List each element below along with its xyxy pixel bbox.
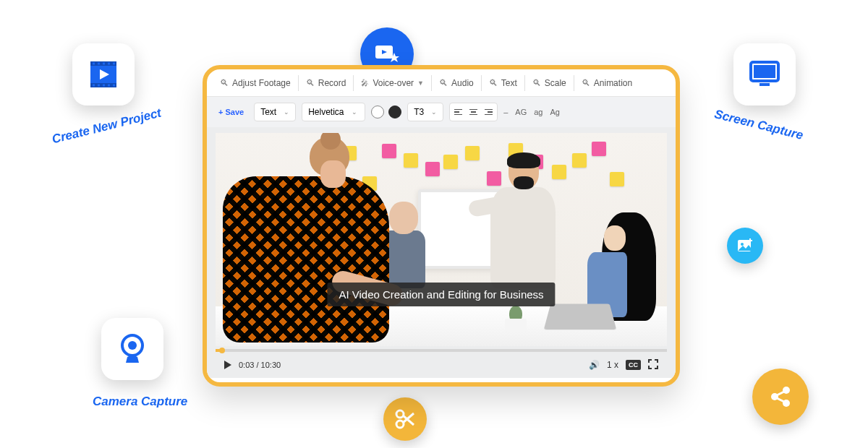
text-case-group: – AG ag Ag: [503, 108, 560, 116]
scissors-icon: [393, 408, 417, 431]
camera-capture-tile[interactable]: [101, 318, 163, 380]
record-button[interactable]: 🔍︎Record: [299, 69, 354, 96]
alignment-group: [449, 103, 498, 121]
video-star-icon: [373, 40, 401, 69]
align-center-button[interactable]: [469, 109, 477, 116]
font-dropdown[interactable]: Helvetica⌄: [302, 103, 365, 121]
search-icon: 🔍︎: [532, 78, 541, 88]
svg-rect-11: [108, 85, 110, 87]
text-size-dropdown[interactable]: T3⌄: [407, 103, 443, 121]
align-right-button[interactable]: [485, 109, 493, 116]
animation-button[interactable]: 🔍︎Animation: [574, 69, 639, 96]
color-white[interactable]: [371, 105, 384, 119]
film-play-icon: [86, 57, 121, 92]
chevron-down-icon: ⌄: [352, 108, 357, 116]
voiceover-button[interactable]: 🎤︎Voice-over▼: [354, 69, 431, 96]
search-icon: 🔍︎: [439, 78, 448, 88]
uppercase-button[interactable]: AG: [515, 108, 527, 116]
svg-point-14: [128, 341, 137, 350]
svg-rect-8: [93, 85, 95, 87]
svg-rect-9: [98, 85, 100, 87]
text-button[interactable]: 🔍︎Text: [482, 69, 524, 96]
svg-rect-16: [754, 65, 775, 78]
search-icon: 🔍︎: [306, 78, 315, 88]
search-icon: 🔍︎: [489, 78, 498, 88]
speed-button[interactable]: 1 x: [607, 360, 618, 370]
minus-button[interactable]: –: [503, 108, 508, 116]
video-editor-window: 🔍︎Adjust Footage 🔍︎Record 🎤︎Voice-over▼ …: [203, 65, 680, 387]
video-frame[interactable]: AI Video Creation and Editing for Busine…: [216, 133, 667, 346]
svg-rect-6: [108, 63, 110, 65]
svg-rect-7: [113, 63, 115, 65]
screen-capture-label: Screen Capture: [713, 107, 805, 143]
play-button[interactable]: [224, 361, 231, 369]
video-viewport: AI Video Creation and Editing for Busine…: [207, 127, 676, 378]
main-toolbar: 🔍︎Adjust Footage 🔍︎Record 🎤︎Voice-over▼ …: [207, 69, 676, 97]
audio-button[interactable]: 🔍︎Audio: [432, 69, 481, 96]
laptop-prop: [544, 304, 617, 330]
webcam-icon: [116, 332, 149, 366]
titlecase-button[interactable]: Ag: [550, 108, 559, 116]
svg-rect-17: [760, 83, 770, 86]
chevron-down-icon: ⌄: [284, 108, 289, 116]
volume-button[interactable]: 🔊: [589, 360, 600, 370]
time-display: 0:03 / 10:30: [239, 361, 281, 369]
align-left-button[interactable]: [454, 109, 462, 116]
camera-capture-label: Camera Capture: [93, 395, 187, 409]
svg-rect-5: [103, 63, 105, 65]
seek-bar[interactable]: [216, 349, 667, 352]
save-button[interactable]: + Save: [214, 108, 248, 116]
svg-point-22: [741, 243, 744, 246]
search-icon: 🔍︎: [220, 78, 229, 88]
svg-rect-4: [98, 63, 100, 65]
adjust-footage-button[interactable]: 🔍︎Adjust Footage: [213, 69, 298, 96]
chevron-down-icon: ▼: [417, 79, 424, 87]
svg-rect-10: [103, 85, 105, 87]
video-caption[interactable]: AI Video Creation and Editing for Busine…: [327, 283, 555, 306]
search-icon: 🔍︎: [582, 78, 590, 88]
cut-button[interactable]: [383, 397, 427, 441]
color-swatches: [371, 105, 401, 119]
image-plus-icon: [736, 236, 754, 255]
text-format-toolbar: + Save Text⌄ Helvetica⌄ T3⌄ – AG ag Ag: [207, 97, 676, 127]
playback-controls: 0:03 / 10:30 🔊 1 x CC: [216, 352, 667, 378]
monitor-icon: [746, 56, 783, 92]
color-dark[interactable]: [388, 105, 401, 119]
text-type-dropdown[interactable]: Text⌄: [254, 103, 296, 121]
svg-rect-3: [93, 63, 95, 65]
share-icon: [767, 383, 794, 410]
lowercase-button[interactable]: ag: [534, 108, 542, 116]
create-project-tile[interactable]: [72, 43, 135, 105]
share-button[interactable]: [752, 369, 809, 425]
chevron-down-icon: ⌄: [431, 108, 437, 116]
mic-icon: 🎤︎: [361, 79, 369, 87]
scale-button[interactable]: 🔍︎Scale: [525, 69, 574, 96]
cc-button[interactable]: CC: [626, 360, 641, 370]
svg-rect-12: [113, 85, 115, 87]
screen-capture-tile[interactable]: [733, 43, 796, 105]
create-project-label: Create New Project: [51, 106, 163, 147]
add-image-button[interactable]: [727, 228, 763, 264]
fullscreen-button[interactable]: [648, 359, 658, 371]
